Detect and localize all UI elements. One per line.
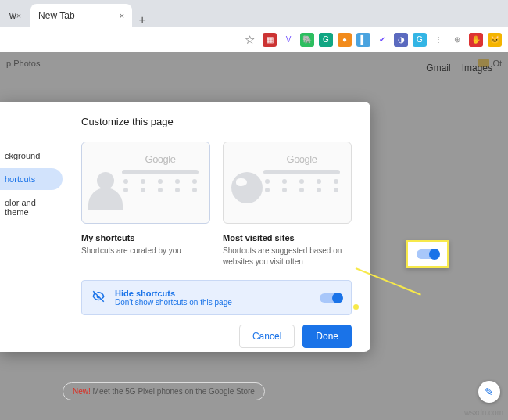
extension-icon[interactable]: ✔ (375, 33, 389, 47)
extension-icon[interactable]: ● (338, 33, 352, 47)
tab-background[interactable]: w × (2, 4, 29, 27)
my-shortcuts-card[interactable]: Google My shortcuts Shortcuts are curate… (81, 142, 210, 267)
card-title: Most visited sites (223, 233, 352, 242)
globe-icon (231, 172, 263, 203)
hide-title: Hide shortcuts (115, 289, 232, 298)
google-logo: Google (263, 153, 340, 165)
option-cards: Google My shortcuts Shortcuts are curate… (81, 142, 352, 267)
profile-icon[interactable]: 🐱 (488, 33, 502, 47)
google-logo: Google (122, 153, 199, 165)
adblock-icon[interactable]: ✋ (469, 33, 483, 47)
promo-chip[interactable]: New! Meet the 5G Pixel phones on the Goo… (63, 382, 265, 400)
evernote-icon[interactable]: 🐘 (300, 33, 314, 47)
watermark: wsxdn.com (464, 408, 503, 417)
dialog-sidebar: ckground hortcuts olor and theme (0, 102, 63, 352)
promo-new: New! (73, 387, 91, 396)
customize-fab[interactable]: ✎ (478, 381, 500, 403)
extension-icon[interactable]: ▦ (263, 33, 277, 47)
hide-shortcuts-row: Hide shortcuts Don't show shortcuts on t… (81, 280, 352, 315)
extension-icon[interactable]: G (413, 33, 427, 47)
bookmark-star-icon[interactable]: ☆ (245, 33, 255, 47)
extension-icon[interactable]: ⋮ (431, 33, 445, 47)
dialog-content: Customize this page Google My shortcuts … (63, 102, 370, 352)
tab-active[interactable]: New Tab × (30, 4, 132, 27)
card-title: My shortcuts (81, 233, 210, 242)
grammarly-icon[interactable]: G (319, 33, 333, 47)
dialog-buttons: Cancel Done (81, 315, 352, 348)
sidebar-item-shortcuts[interactable]: hortcuts (0, 168, 63, 190)
sidebar-item-color[interactable]: olor and theme (0, 192, 63, 223)
dialog-title: Customize this page (81, 116, 352, 127)
hide-desc: Don't show shortcuts on this page (115, 298, 232, 307)
toggle-icon (417, 249, 438, 259)
tab-label: New Tab (38, 10, 74, 21)
top-links: Gmail Images (426, 63, 492, 74)
toolbar: ☆ ▦ V 🐘 G ● ▌ ✔ ◑ G ⋮ ⊕ ✋ 🐱 (0, 27, 508, 52)
close-icon[interactable]: × (120, 11, 124, 20)
preview: Google (81, 142, 210, 224)
customize-dialog: ckground hortcuts olor and theme Customi… (0, 102, 370, 352)
card-desc: Shortcuts are curated by you (81, 246, 210, 257)
sidebar-item-background[interactable]: ckground (0, 145, 63, 167)
annotation-callout (406, 240, 449, 268)
annotation-dot (353, 304, 359, 310)
window-controls: — (478, 2, 496, 14)
hide-text: Hide shortcuts Don't show shortcuts on t… (115, 289, 232, 307)
extension-icon[interactable]: V (281, 33, 295, 47)
tab-strip: w × New Tab × + (0, 0, 508, 27)
extension-icon[interactable]: ⊕ (450, 33, 464, 47)
images-link[interactable]: Images (462, 63, 492, 74)
eye-off-icon (91, 289, 106, 306)
extension-icon[interactable]: ▌ (356, 33, 370, 47)
tab-label: w (9, 10, 16, 21)
close-icon[interactable]: × (16, 11, 21, 20)
promo-msg: Meet the 5G Pixel phones on the Google S… (91, 387, 255, 396)
extension-icon[interactable]: ◑ (394, 33, 408, 47)
new-tab-button[interactable]: + (132, 13, 152, 27)
minimize-icon[interactable]: — (478, 2, 496, 14)
hide-shortcuts-toggle[interactable] (320, 293, 342, 303)
cancel-button[interactable]: Cancel (239, 325, 295, 348)
card-desc: Shortcuts are suggested based on website… (223, 246, 352, 267)
preview: Google (223, 142, 352, 224)
person-icon (88, 172, 123, 206)
most-visited-card[interactable]: Google Most visited sites Shortcuts are … (223, 142, 352, 267)
gmail-link[interactable]: Gmail (426, 63, 450, 74)
done-button[interactable]: Done (302, 325, 352, 348)
